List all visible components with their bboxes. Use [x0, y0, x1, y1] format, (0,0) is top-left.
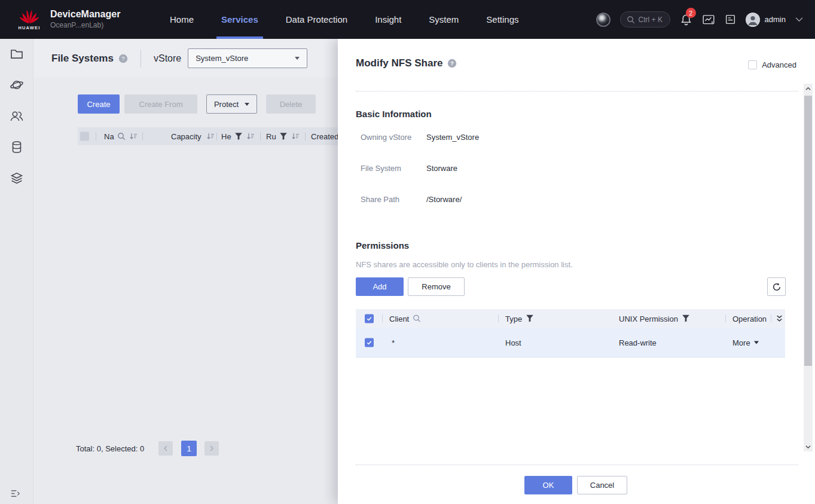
search-icon[interactable] — [117, 132, 126, 140]
perm-col-operation[interactable]: Operation — [732, 314, 767, 323]
scrollbar-thumb[interactable] — [804, 96, 812, 366]
drawer-title-row: Modify NFS Share ? — [356, 57, 457, 69]
alarms-button[interactable]: 2 — [680, 13, 692, 26]
filter-icon[interactable] — [234, 132, 243, 140]
protect-button[interactable]: Protect — [206, 94, 257, 114]
perm-col-client[interactable]: Client — [389, 314, 409, 323]
fs-col-name[interactable]: Na — [104, 132, 114, 141]
remove-button[interactable]: Remove — [408, 277, 465, 296]
permissions-table: Client Type UNIX Permission Operation — [356, 309, 785, 358]
layers-icon[interactable] — [10, 171, 24, 185]
theme-sphere-icon[interactable] — [596, 13, 611, 27]
advanced-toggle[interactable]: Advanced — [748, 60, 796, 69]
drawer-title: Modify NFS Share — [356, 57, 442, 69]
nav-system[interactable]: System — [422, 0, 466, 39]
basic-info-heading: Basic Information — [356, 109, 432, 119]
modify-nfs-share-drawer: Modify NFS Share ? Advanced Basic Inform… — [338, 39, 815, 504]
column-settings-icon[interactable] — [776, 314, 783, 322]
ok-button[interactable]: OK — [524, 476, 572, 494]
help-icon[interactable]: ? — [118, 54, 128, 63]
brand-block: HUAWEI DeviceManager OceanP...enLab) — [0, 8, 120, 30]
fs-col-created[interactable]: Created — [311, 132, 338, 141]
perm-col-type[interactable]: Type — [505, 314, 522, 323]
cell-client: * — [392, 338, 395, 347]
scroll-up-icon[interactable] — [804, 84, 813, 93]
help-icon[interactable]: ? — [447, 59, 457, 68]
next-page-button[interactable] — [204, 441, 219, 456]
nav-settings[interactable]: Settings — [479, 0, 526, 39]
svg-text:?: ? — [121, 55, 124, 62]
scroll-down-icon[interactable] — [804, 442, 813, 451]
filter-icon[interactable] — [682, 314, 690, 323]
nav-services[interactable]: Services — [214, 0, 265, 39]
info-value: Storware — [426, 164, 457, 173]
nav-insight[interactable]: Insight — [368, 0, 408, 39]
performance-alert-icon — [702, 13, 715, 26]
page-number[interactable]: 1 — [181, 441, 197, 456]
topbar: HUAWEI DeviceManager OceanP...enLab) Hom… — [0, 0, 815, 39]
avatar — [746, 13, 760, 27]
fs-col-capacity[interactable]: Capacity — [171, 132, 202, 141]
folder-icon[interactable] — [10, 47, 24, 61]
permission-row[interactable]: * Host Read-write More — [356, 328, 785, 358]
info-label: File System — [361, 164, 424, 173]
filter-icon[interactable] — [279, 132, 288, 140]
sort-icon[interactable] — [246, 132, 255, 140]
cancel-button[interactable]: Cancel — [577, 476, 627, 494]
fs-col-health[interactable]: He — [221, 132, 231, 141]
report-button[interactable] — [725, 14, 736, 25]
report-icon — [725, 14, 736, 25]
row-checkbox[interactable] — [365, 338, 374, 347]
create-button[interactable]: Create — [78, 94, 120, 114]
prev-page-button[interactable] — [158, 441, 173, 456]
separator-top — [356, 91, 798, 91]
chevron-down-icon[interactable] — [795, 17, 803, 22]
users-icon[interactable] — [10, 109, 24, 123]
cell-unix-permission: Read-write — [619, 338, 657, 347]
expand-sidebar-icon[interactable] — [10, 488, 21, 499]
refresh-button[interactable] — [767, 277, 786, 296]
planet-icon[interactable] — [10, 78, 24, 92]
permissions-hint: NFS shares are accessible only to client… — [356, 260, 573, 269]
select-all-checkbox[interactable] — [80, 132, 89, 141]
chevron-down-icon — [295, 57, 300, 60]
global-search[interactable]: Ctrl + K — [620, 11, 670, 28]
info-label: Share Path — [361, 195, 424, 204]
fs-col-running[interactable]: Ru — [266, 132, 276, 141]
user-menu[interactable] — [746, 13, 760, 27]
vstore-select[interactable]: System_vStore — [188, 48, 307, 68]
more-button[interactable]: More — [732, 338, 759, 347]
create-from-button[interactable]: Create From — [124, 94, 197, 114]
perm-select-all-checkbox[interactable] — [365, 314, 374, 323]
perm-col-unix-permission[interactable]: UNIX Permission — [619, 314, 678, 323]
pagination-summary: Total: 0, Selected: 0 — [76, 444, 144, 453]
sort-icon[interactable] — [206, 132, 215, 140]
search-icon[interactable] — [413, 314, 421, 323]
main-nav: Home Services Data Protection Insight Sy… — [163, 0, 526, 39]
huawei-logo: HUAWEI — [16, 8, 43, 30]
header-divider — [141, 50, 141, 68]
performance-button[interactable] — [702, 13, 715, 26]
screen: HUAWEI DeviceManager OceanP...enLab) Hom… — [0, 0, 815, 504]
drawer-scrollbar[interactable] — [804, 84, 813, 451]
page-title: File Systems — [51, 53, 114, 65]
sidebar — [0, 39, 33, 504]
user-name[interactable]: admin — [765, 15, 786, 24]
delete-button[interactable]: Delete — [266, 94, 316, 114]
nav-home[interactable]: Home — [163, 0, 201, 39]
app-titles: DeviceManager OceanP...enLab) — [50, 8, 120, 30]
nav-data-protection[interactable]: Data Protection — [279, 0, 355, 39]
brand-word: HUAWEI — [18, 25, 40, 30]
filter-icon[interactable] — [526, 314, 534, 323]
add-button[interactable]: Add — [356, 277, 404, 296]
sort-icon[interactable] — [129, 132, 138, 140]
database-icon[interactable] — [10, 140, 24, 154]
app-name: DeviceManager — [50, 8, 120, 20]
alarm-count-badge: 2 — [686, 8, 696, 18]
vstore-label: vStore — [154, 53, 181, 64]
advanced-label: Advanced — [762, 60, 796, 69]
permissions-heading: Permissions — [356, 240, 409, 251]
sort-icon[interactable] — [291, 132, 300, 140]
advanced-checkbox[interactable] — [748, 60, 757, 69]
chevron-down-icon — [245, 103, 249, 106]
